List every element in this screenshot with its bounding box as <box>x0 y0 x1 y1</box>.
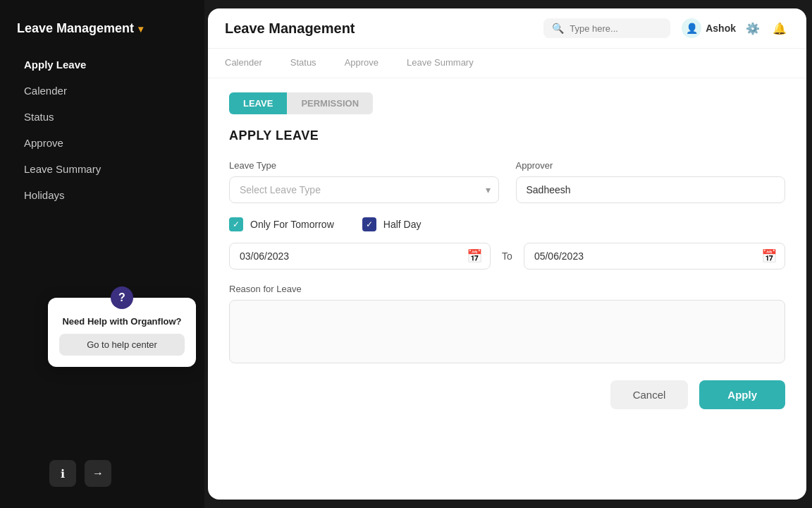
tab-calender[interactable]: Calender <box>225 49 262 78</box>
from-date-calendar-icon: 📅 <box>467 248 482 264</box>
form-row-top: Leave Type Select Leave Type Casual Leav… <box>229 160 785 203</box>
user-name: Ashok <box>706 23 736 34</box>
help-center-button[interactable]: Go to help center <box>59 334 185 356</box>
half-day-label: Half Day <box>383 219 422 230</box>
tab-leave-summary[interactable]: Leave Summary <box>407 49 474 78</box>
checkbox-row: ✓ Only For Tomorrow ✓ Half Day <box>229 217 785 231</box>
reason-textarea[interactable] <box>229 300 785 363</box>
date-row: 📅 To 📅 <box>229 243 785 270</box>
header: Leave Management 🔍 👤 Ashok ⚙️ 🔔 <box>208 8 806 49</box>
search-icon: 🔍 <box>552 23 564 34</box>
sidebar-item-holidays[interactable]: Holidays <box>17 183 187 207</box>
bell-icon[interactable]: 🔔 <box>770 18 789 38</box>
leave-type-select-wrapper: Select Leave Type Casual Leave Sick Leav… <box>229 176 499 203</box>
apply-button[interactable]: Apply <box>699 380 785 409</box>
sidebar-item-leave-summary[interactable]: Leave Summary <box>17 157 187 181</box>
sidebar-bottom-buttons: ℹ → <box>49 460 111 487</box>
main-content: Leave Management 🔍 👤 Ashok ⚙️ 🔔 Calender… <box>208 8 806 500</box>
tab-approve[interactable]: Approve <box>345 49 379 78</box>
only-tomorrow-label: Only For Tomorrow <box>250 219 334 230</box>
sidebar-title: Leave Management ▾ <box>17 21 187 36</box>
to-date-calendar-icon: 📅 <box>761 248 777 264</box>
help-text: Need Help with Organflow? <box>59 316 185 327</box>
leave-type-group: Leave Type Select Leave Type Casual Leav… <box>229 160 499 203</box>
sidebar-item-approve[interactable]: Approve <box>17 131 187 155</box>
only-tomorrow-checkbox[interactable]: ✓ <box>229 217 243 231</box>
leave-type-select[interactable]: Select Leave Type Casual Leave Sick Leav… <box>229 176 499 203</box>
from-date-wrapper: 📅 <box>229 243 491 270</box>
header-title: Leave Management <box>225 20 532 37</box>
to-date-wrapper: 📅 <box>524 243 785 270</box>
user-badge: 👤 Ashok <box>682 18 736 38</box>
form-footer: Cancel Apply <box>229 380 785 409</box>
to-date-input[interactable] <box>524 243 785 270</box>
chevron-down-icon: ▾ <box>138 23 143 35</box>
permission-toggle-button[interactable]: PERMISSION <box>287 92 373 114</box>
settings-icon[interactable]: ⚙️ <box>743 18 763 38</box>
toggle-group: LEAVE PERMISSION <box>229 92 785 114</box>
half-day-checkbox[interactable]: ✓ <box>362 217 376 231</box>
info-icon-button[interactable]: ℹ <box>49 460 76 487</box>
sidebar-item-status[interactable]: Status <box>17 105 187 128</box>
section-title: APPLY LEAVE <box>229 128 785 143</box>
help-box: ? Need Help with Organflow? Go to help c… <box>48 298 196 367</box>
header-icons: 👤 Ashok ⚙️ 🔔 <box>682 18 789 38</box>
approver-group: Approver <box>516 160 786 203</box>
sidebar-item-calender[interactable]: Calender <box>17 79 187 102</box>
tab-status[interactable]: Status <box>290 49 316 78</box>
approver-label: Approver <box>516 160 786 171</box>
from-date-input[interactable] <box>229 243 491 270</box>
only-tomorrow-checkbox-item: ✓ Only For Tomorrow <box>229 217 334 231</box>
half-day-checkbox-item: ✓ Half Day <box>362 217 422 231</box>
sidebar-item-apply-leave[interactable]: Apply Leave <box>17 53 187 76</box>
leave-toggle-button[interactable]: LEAVE <box>229 92 287 114</box>
reason-label: Reason for Leave <box>229 284 785 294</box>
forward-icon-button[interactable]: → <box>85 460 111 487</box>
help-icon: ? <box>111 286 133 309</box>
search-input[interactable] <box>570 23 661 34</box>
approver-input[interactable] <box>516 176 786 203</box>
content-area: LEAVE PERMISSION APPLY LEAVE Leave Type … <box>208 78 806 500</box>
to-label: To <box>502 250 512 262</box>
cancel-button[interactable]: Cancel <box>610 380 689 409</box>
reason-group: Reason for Leave <box>229 284 785 366</box>
sidebar-nav: Apply Leave Calender Status Approve Leav… <box>17 53 187 207</box>
user-avatar-icon: 👤 <box>682 18 701 38</box>
leave-type-label: Leave Type <box>229 160 499 171</box>
nav-tabs: Calender Status Approve Leave Summary <box>208 49 806 78</box>
search-bar: 🔍 <box>543 18 670 38</box>
sidebar: Leave Management ▾ Apply Leave Calender … <box>0 0 204 508</box>
